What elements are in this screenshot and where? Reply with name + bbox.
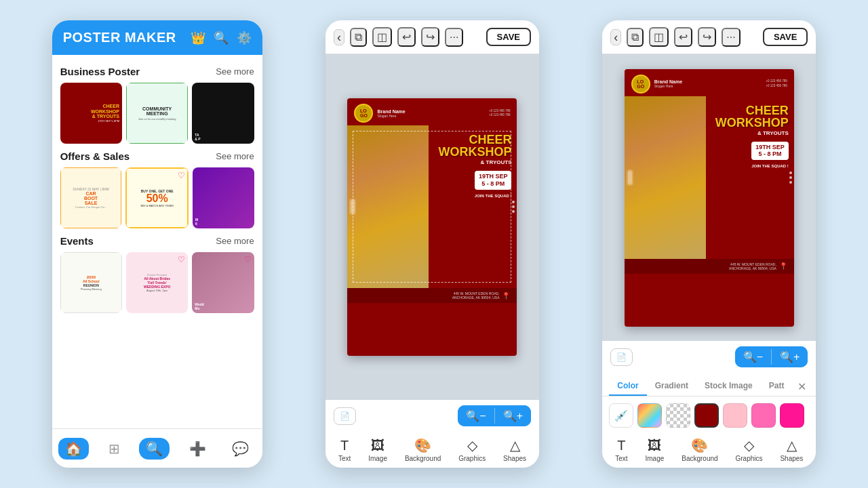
swatch-hot-pink[interactable] bbox=[780, 403, 804, 428]
color-panel: Color Gradient Stock Image Patt ✕ 💉 bbox=[602, 373, 816, 432]
right-photo-bg bbox=[625, 96, 706, 259]
wedding-thumb[interactable]: ♡ Events Presents All About Brides'Fall … bbox=[126, 252, 188, 313]
swatch-pink[interactable] bbox=[751, 403, 776, 428]
right-background-tool-icon: 🎨 bbox=[691, 437, 708, 453]
zoom-out-button[interactable]: 🔍− bbox=[458, 405, 494, 426]
right-logo-circle: LOGO bbox=[631, 75, 650, 94]
right-phone-info: +0 123 456 789 +0 123 456 789 bbox=[766, 79, 787, 88]
layers-icon-btn[interactable]: ◫ bbox=[372, 27, 392, 47]
nav-search[interactable]: 🔍 bbox=[139, 438, 170, 460]
logo-circle: LOGO bbox=[354, 104, 373, 123]
close-color-panel[interactable]: ✕ bbox=[795, 378, 809, 396]
right-time-text: 5 - 8 PM bbox=[755, 150, 785, 157]
right-location-icon: 📍 bbox=[779, 262, 787, 270]
right-undo-btn[interactable]: ↩ bbox=[674, 27, 692, 47]
swatch-light-pink[interactable] bbox=[723, 403, 747, 428]
more-icon-btn[interactable]: ··· bbox=[445, 28, 463, 47]
nav-home[interactable]: 🏠 bbox=[58, 438, 89, 460]
cheer-thumb[interactable]: CHEERWORKSHOP& TRYOUTS 19TH SEP 5-8PM bbox=[60, 83, 122, 144]
zoom-in-button[interactable]: 🔍+ bbox=[495, 405, 531, 426]
nav-templates[interactable]: ⊞ bbox=[102, 438, 127, 460]
right-editor-canvas[interactable]: LOGO Brand Name Slogan Here +0 123 456 7… bbox=[602, 54, 816, 341]
page-indicator bbox=[349, 199, 356, 215]
tool-shapes[interactable]: △ Shapes bbox=[499, 434, 530, 465]
reunion-thumb[interactable]: 2030 All School REUNION Planning Meeting bbox=[60, 252, 122, 313]
right-date-text: 19TH SEP bbox=[755, 144, 785, 151]
right-date-box: 19TH SEP 5 - 8 PM bbox=[751, 142, 789, 161]
events-poster-grid: 2030 All School REUNION Planning Meeting… bbox=[60, 252, 254, 313]
image-tool-icon: 🖼 bbox=[371, 438, 384, 453]
swatch-transparent[interactable] bbox=[666, 403, 690, 428]
back-button[interactable]: ‹ bbox=[334, 29, 344, 45]
right-more-btn[interactable]: ··· bbox=[722, 28, 740, 47]
offers-section-header: Offers & Sales See more bbox=[60, 150, 254, 162]
right-dots-side[interactable] bbox=[789, 171, 792, 184]
date-text: 19TH SEP bbox=[479, 174, 508, 180]
tool-image[interactable]: 🖼 Image bbox=[364, 435, 391, 465]
right-tool-graphics[interactable]: ◇ Graphics bbox=[732, 434, 767, 465]
nav-add[interactable]: ➕ bbox=[182, 438, 213, 460]
page-size-button[interactable]: 📄 bbox=[334, 407, 356, 425]
right-tool-shapes[interactable]: △ Shapes bbox=[776, 434, 807, 465]
right-shapes-tool-label: Shapes bbox=[780, 455, 803, 462]
right-brand-info: Brand Name Slogan Here bbox=[654, 79, 766, 88]
tab-gradient[interactable]: Gradient bbox=[647, 377, 696, 396]
right-tool-image[interactable]: 🖼 Image bbox=[642, 435, 669, 465]
tab-color[interactable]: Color bbox=[609, 377, 646, 396]
background-tool-icon: 🎨 bbox=[414, 437, 431, 453]
redo-icon-btn[interactable]: ↪ bbox=[421, 27, 439, 47]
tab-stock-image[interactable]: Stock Image bbox=[696, 377, 761, 396]
tool-background[interactable]: 🎨 Background bbox=[401, 434, 445, 465]
editor-canvas[interactable]: LOGO Brand Name Slogan Here +0 123 456 7… bbox=[326, 54, 539, 400]
tattoo-thumb[interactable]: TA& P bbox=[192, 83, 254, 144]
swatch-gradient[interactable] bbox=[637, 403, 662, 428]
undo-icon-btn[interactable]: ↩ bbox=[397, 27, 416, 47]
right-poster-header: LOGO Brand Name Slogan Here +0 123 456 7… bbox=[625, 69, 794, 96]
right-duplicate-btn[interactable]: ⧉ bbox=[627, 28, 644, 47]
chat-icon: 💬 bbox=[232, 441, 249, 457]
save-button[interactable]: SAVE bbox=[486, 28, 531, 46]
right-tool-text[interactable]: T Text bbox=[611, 435, 631, 465]
left-content: Business Poster See more CHEERWORKSHOP& … bbox=[52, 55, 262, 428]
editor-bottom: 📄 🔍− 🔍+ T Text 🖼 Image 🎨 Background ◇ bbox=[326, 400, 539, 468]
address-text: 445 W. MOUNT EDEN ROAD,ANCHORAGE, AK 995… bbox=[452, 291, 500, 300]
right-save-button[interactable]: SAVE bbox=[763, 28, 808, 46]
duplicate-icon-btn[interactable]: ⧉ bbox=[350, 28, 367, 47]
home-icon: 🏠 bbox=[65, 441, 82, 457]
search-nav-icon: 🔍 bbox=[146, 441, 163, 457]
purple-design: M6 bbox=[193, 167, 254, 228]
purple-thumb[interactable]: M6 bbox=[193, 167, 254, 228]
brand-name: Brand Name bbox=[377, 109, 489, 114]
right-text-tool-icon: T bbox=[617, 438, 625, 453]
business-poster-grid: CHEERWORKSHOP& TRYOUTS 19TH SEP 5-8PM CO… bbox=[60, 83, 254, 144]
wedding2-thumb[interactable]: ♡ WeddMu bbox=[192, 252, 254, 313]
tool-text[interactable]: T Text bbox=[334, 435, 355, 465]
community-thumb[interactable]: COMMUNITYMEETING Join us for our monthly… bbox=[126, 83, 188, 144]
right-zoom-out-btn[interactable]: 🔍− bbox=[735, 346, 771, 367]
crown-icon[interactable]: 👑 bbox=[191, 30, 205, 45]
tab-pattern[interactable]: Patt bbox=[761, 377, 793, 396]
right-back-button[interactable]: ‹ bbox=[610, 29, 621, 45]
swatch-dark-red[interactable] bbox=[694, 403, 719, 428]
zoom-buttons: 🔍− 🔍+ bbox=[458, 405, 531, 426]
right-zoom-in-btn[interactable]: 🔍+ bbox=[772, 346, 808, 367]
grid-icon: ⊞ bbox=[108, 441, 120, 457]
offers-see-more[interactable]: See more bbox=[216, 151, 254, 161]
dots-side-menu[interactable] bbox=[512, 201, 515, 213]
offers-section-title: Offers & Sales bbox=[60, 150, 130, 162]
right-page-size-btn[interactable]: 📄 bbox=[610, 348, 633, 366]
eyedropper-button[interactable]: 💉 bbox=[609, 403, 633, 428]
search-icon[interactable]: 🔍 bbox=[214, 30, 229, 45]
right-redo-btn[interactable]: ↪ bbox=[698, 27, 716, 47]
car-boot-thumb[interactable]: SUNDAY 22 MAY | 8AM CARBOOTSALE Contact:… bbox=[60, 167, 122, 228]
zoom-row: 📄 🔍− 🔍+ bbox=[326, 405, 539, 426]
nav-chat[interactable]: 💬 bbox=[225, 438, 256, 460]
header-icons: 👑 🔍 ⚙️ bbox=[191, 30, 252, 45]
business-see-more[interactable]: See more bbox=[216, 66, 254, 77]
buy-one-thumb[interactable]: ♡ BUY ONE, GET ONE 50% MIX & MATCH ANY I… bbox=[125, 167, 189, 228]
events-see-more[interactable]: See more bbox=[216, 236, 254, 246]
settings-icon[interactable]: ⚙️ bbox=[237, 30, 252, 45]
tool-graphics[interactable]: ◇ Graphics bbox=[454, 434, 490, 465]
right-layers-btn[interactable]: ◫ bbox=[649, 27, 669, 47]
right-tool-background[interactable]: 🎨 Background bbox=[677, 434, 722, 465]
